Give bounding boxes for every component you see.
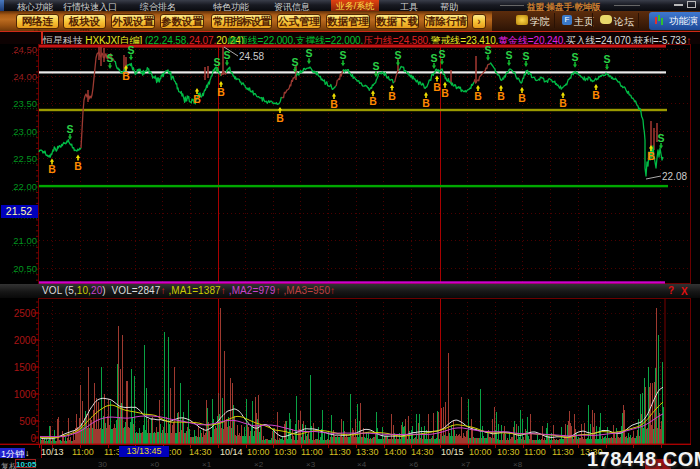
svg-text:B: B <box>276 112 284 124</box>
svg-text:S: S <box>291 56 298 68</box>
svg-text:B: B <box>74 160 82 172</box>
svg-text:B: B <box>330 98 338 110</box>
svg-text:B: B <box>474 90 482 102</box>
svg-text:S: S <box>394 49 401 61</box>
svg-text:B: B <box>217 86 225 98</box>
svg-text:S: S <box>106 52 113 64</box>
svg-text:B: B <box>647 150 655 162</box>
svg-text:S: S <box>438 48 445 60</box>
svg-text:B: B <box>559 97 567 109</box>
svg-text:23.50: 23.50 <box>13 98 37 109</box>
svg-text:22.00: 22.00 <box>13 181 37 192</box>
svg-text:S: S <box>305 47 312 59</box>
svg-text:B: B <box>441 87 449 99</box>
svg-text:S: S <box>127 44 134 56</box>
svg-text:S: S <box>372 60 379 72</box>
svg-text:20.50: 20.50 <box>13 263 37 274</box>
svg-text:B: B <box>369 95 377 107</box>
svg-text:B: B <box>388 90 396 102</box>
svg-text:S: S <box>505 49 512 61</box>
svg-text:S: S <box>430 52 437 64</box>
svg-text:B: B <box>497 90 505 102</box>
svg-text:B: B <box>48 163 56 175</box>
svg-text:S: S <box>213 56 220 68</box>
svg-text:S: S <box>522 50 529 62</box>
svg-text:21.00: 21.00 <box>13 235 37 246</box>
svg-text:B: B <box>122 70 130 82</box>
svg-text:S: S <box>603 53 610 65</box>
svg-text:S: S <box>571 51 578 63</box>
svg-text:S: S <box>657 132 664 144</box>
svg-text:S: S <box>339 49 346 61</box>
svg-text:B: B <box>592 89 600 101</box>
svg-text:24.58: 24.58 <box>239 51 264 62</box>
svg-text:B: B <box>422 97 430 109</box>
svg-text:23.00: 23.00 <box>13 126 37 137</box>
svg-text:24.00: 24.00 <box>13 71 37 82</box>
svg-text:21.52: 21.52 <box>6 205 32 217</box>
svg-text:24.50: 24.50 <box>13 44 37 55</box>
svg-text:B: B <box>433 81 441 93</box>
svg-text:B: B <box>193 93 201 105</box>
svg-text:22.08: 22.08 <box>662 171 687 182</box>
svg-text:S: S <box>66 123 73 135</box>
svg-text:B: B <box>518 92 526 104</box>
svg-text:22.50: 22.50 <box>13 153 37 164</box>
svg-text:S: S <box>484 44 491 56</box>
